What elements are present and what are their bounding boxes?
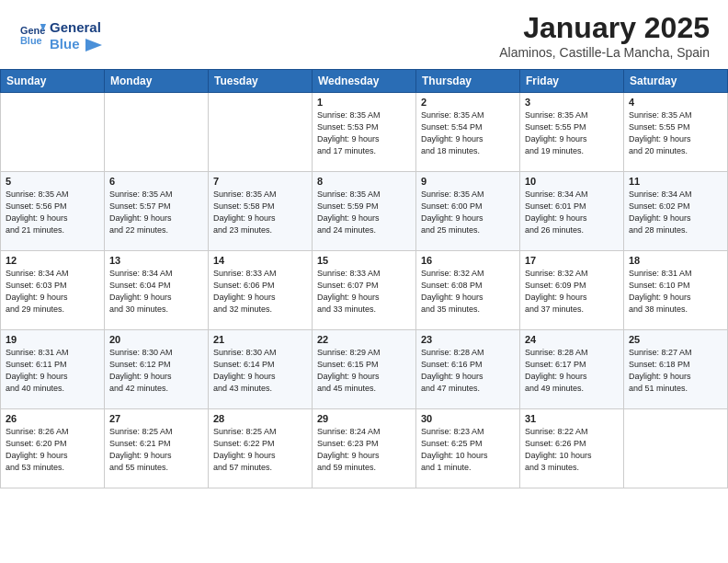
calendar-week-row: 5Sunrise: 8:35 AM Sunset: 5:56 PM Daylig… <box>1 172 728 251</box>
day-number: 9 <box>421 176 515 187</box>
calendar-week-row: 1Sunrise: 8:35 AM Sunset: 5:53 PM Daylig… <box>1 93 728 172</box>
day-number: 31 <box>525 413 619 424</box>
day-info: Sunrise: 8:32 AM Sunset: 6:09 PM Dayligh… <box>525 268 619 316</box>
day-number: 5 <box>6 176 99 187</box>
calendar-cell <box>1 93 105 172</box>
day-number: 13 <box>109 255 203 266</box>
calendar-cell: 4Sunrise: 8:35 AM Sunset: 5:55 PM Daylig… <box>624 93 728 172</box>
calendar-cell: 31Sunrise: 8:22 AM Sunset: 6:26 PM Dayli… <box>520 409 624 488</box>
month-title: January 2025 <box>499 11 710 45</box>
calendar-cell <box>624 409 728 488</box>
day-info: Sunrise: 8:22 AM Sunset: 6:26 PM Dayligh… <box>525 426 619 474</box>
day-info: Sunrise: 8:34 AM Sunset: 6:02 PM Dayligh… <box>629 189 722 236</box>
calendar-cell: 12Sunrise: 8:34 AM Sunset: 6:03 PM Dayli… <box>1 251 105 330</box>
day-number: 25 <box>629 334 722 345</box>
day-number: 21 <box>213 334 307 345</box>
day-number: 15 <box>317 255 411 266</box>
header: General Blue General Blue January 2025 A… <box>0 0 728 65</box>
day-number: 18 <box>629 255 722 266</box>
day-number: 29 <box>317 413 411 424</box>
day-info: Sunrise: 8:31 AM Sunset: 6:11 PM Dayligh… <box>6 347 99 395</box>
day-number: 1 <box>317 97 411 108</box>
day-number: 7 <box>213 176 307 187</box>
calendar-cell: 9Sunrise: 8:35 AM Sunset: 6:00 PM Daylig… <box>416 172 520 251</box>
day-info: Sunrise: 8:35 AM Sunset: 5:59 PM Dayligh… <box>317 189 411 236</box>
calendar-cell: 19Sunrise: 8:31 AM Sunset: 6:11 PM Dayli… <box>1 330 105 409</box>
calendar-cell: 15Sunrise: 8:33 AM Sunset: 6:07 PM Dayli… <box>313 251 416 330</box>
calendar-cell: 3Sunrise: 8:35 AM Sunset: 5:55 PM Daylig… <box>520 93 624 172</box>
day-info: Sunrise: 8:31 AM Sunset: 6:10 PM Dayligh… <box>629 268 722 316</box>
day-info: Sunrise: 8:25 AM Sunset: 6:22 PM Dayligh… <box>213 426 307 474</box>
weekday-header-thursday: Thursday <box>416 70 520 93</box>
svg-text:Blue: Blue <box>20 34 42 45</box>
day-number: 22 <box>317 334 411 345</box>
day-number: 17 <box>525 255 619 266</box>
weekday-header-saturday: Saturday <box>624 70 728 93</box>
calendar-cell: 14Sunrise: 8:33 AM Sunset: 6:06 PM Dayli… <box>209 251 313 330</box>
calendar-cell: 7Sunrise: 8:35 AM Sunset: 5:58 PM Daylig… <box>209 172 313 251</box>
day-info: Sunrise: 8:25 AM Sunset: 6:21 PM Dayligh… <box>109 426 203 474</box>
calendar-week-row: 19Sunrise: 8:31 AM Sunset: 6:11 PM Dayli… <box>1 330 728 409</box>
weekday-header-wednesday: Wednesday <box>313 70 416 93</box>
day-info: Sunrise: 8:30 AM Sunset: 6:14 PM Dayligh… <box>213 347 307 395</box>
day-number: 26 <box>6 413 99 424</box>
day-info: Sunrise: 8:35 AM Sunset: 5:55 PM Dayligh… <box>525 109 619 157</box>
weekday-header-tuesday: Tuesday <box>209 70 313 93</box>
weekday-header-sunday: Sunday <box>1 70 105 93</box>
calendar-page: General Blue General Blue January 2025 A… <box>0 0 728 563</box>
day-info: Sunrise: 8:35 AM Sunset: 6:00 PM Dayligh… <box>421 189 515 236</box>
day-info: Sunrise: 8:34 AM Sunset: 6:04 PM Dayligh… <box>109 268 203 316</box>
calendar-cell: 24Sunrise: 8:28 AM Sunset: 6:17 PM Dayli… <box>520 330 624 409</box>
day-number: 19 <box>6 334 99 345</box>
logo-general: General <box>50 19 102 36</box>
logo-arrow-icon <box>85 39 102 52</box>
day-info: Sunrise: 8:35 AM Sunset: 5:57 PM Dayligh… <box>109 189 203 236</box>
calendar-cell: 29Sunrise: 8:24 AM Sunset: 6:23 PM Dayli… <box>313 409 416 488</box>
logo-blue: Blue <box>50 36 102 52</box>
day-info: Sunrise: 8:23 AM Sunset: 6:25 PM Dayligh… <box>421 426 515 474</box>
day-number: 24 <box>525 334 619 345</box>
day-info: Sunrise: 8:28 AM Sunset: 6:16 PM Dayligh… <box>421 347 515 395</box>
calendar-cell: 20Sunrise: 8:30 AM Sunset: 6:12 PM Dayli… <box>105 330 209 409</box>
day-number: 4 <box>629 97 722 108</box>
calendar-cell: 6Sunrise: 8:35 AM Sunset: 5:57 PM Daylig… <box>105 172 209 251</box>
day-number: 16 <box>421 255 515 266</box>
calendar-cell <box>209 93 313 172</box>
calendar-week-row: 12Sunrise: 8:34 AM Sunset: 6:03 PM Dayli… <box>1 251 728 330</box>
weekday-header-monday: Monday <box>105 70 209 93</box>
day-info: Sunrise: 8:32 AM Sunset: 6:08 PM Dayligh… <box>421 268 515 316</box>
day-number: 28 <box>213 413 307 424</box>
day-number: 23 <box>421 334 515 345</box>
day-info: Sunrise: 8:30 AM Sunset: 6:12 PM Dayligh… <box>109 347 203 395</box>
svg-marker-3 <box>85 39 102 52</box>
title-area: January 2025 Alaminos, Castille-La Manch… <box>499 11 710 60</box>
day-number: 27 <box>109 413 203 424</box>
day-number: 2 <box>421 97 515 108</box>
calendar-cell: 8Sunrise: 8:35 AM Sunset: 5:59 PM Daylig… <box>313 172 416 251</box>
day-number: 11 <box>629 176 722 187</box>
day-info: Sunrise: 8:35 AM Sunset: 5:54 PM Dayligh… <box>421 109 515 157</box>
day-info: Sunrise: 8:33 AM Sunset: 6:06 PM Dayligh… <box>213 268 307 316</box>
day-number: 3 <box>525 97 619 108</box>
calendar-cell: 23Sunrise: 8:28 AM Sunset: 6:16 PM Dayli… <box>416 330 520 409</box>
day-info: Sunrise: 8:35 AM Sunset: 5:56 PM Dayligh… <box>6 189 99 236</box>
calendar-cell: 18Sunrise: 8:31 AM Sunset: 6:10 PM Dayli… <box>624 251 728 330</box>
day-number: 12 <box>6 255 99 266</box>
day-info: Sunrise: 8:34 AM Sunset: 6:03 PM Dayligh… <box>6 268 99 316</box>
day-info: Sunrise: 8:33 AM Sunset: 6:07 PM Dayligh… <box>317 268 411 316</box>
calendar-cell: 11Sunrise: 8:34 AM Sunset: 6:02 PM Dayli… <box>624 172 728 251</box>
calendar-table: SundayMondayTuesdayWednesdayThursdayFrid… <box>0 69 728 488</box>
calendar-cell: 22Sunrise: 8:29 AM Sunset: 6:15 PM Dayli… <box>313 330 416 409</box>
day-info: Sunrise: 8:35 AM Sunset: 5:58 PM Dayligh… <box>213 189 307 236</box>
calendar-cell: 25Sunrise: 8:27 AM Sunset: 6:18 PM Dayli… <box>624 330 728 409</box>
day-number: 14 <box>213 255 307 266</box>
day-info: Sunrise: 8:28 AM Sunset: 6:17 PM Dayligh… <box>525 347 619 395</box>
calendar-week-row: 26Sunrise: 8:26 AM Sunset: 6:20 PM Dayli… <box>1 409 728 488</box>
calendar-cell: 16Sunrise: 8:32 AM Sunset: 6:08 PM Dayli… <box>416 251 520 330</box>
calendar-cell: 2Sunrise: 8:35 AM Sunset: 5:54 PM Daylig… <box>416 93 520 172</box>
day-info: Sunrise: 8:29 AM Sunset: 6:15 PM Dayligh… <box>317 347 411 395</box>
day-number: 10 <box>525 176 619 187</box>
day-number: 6 <box>109 176 203 187</box>
day-number: 30 <box>421 413 515 424</box>
calendar-cell: 13Sunrise: 8:34 AM Sunset: 6:04 PM Dayli… <box>105 251 209 330</box>
